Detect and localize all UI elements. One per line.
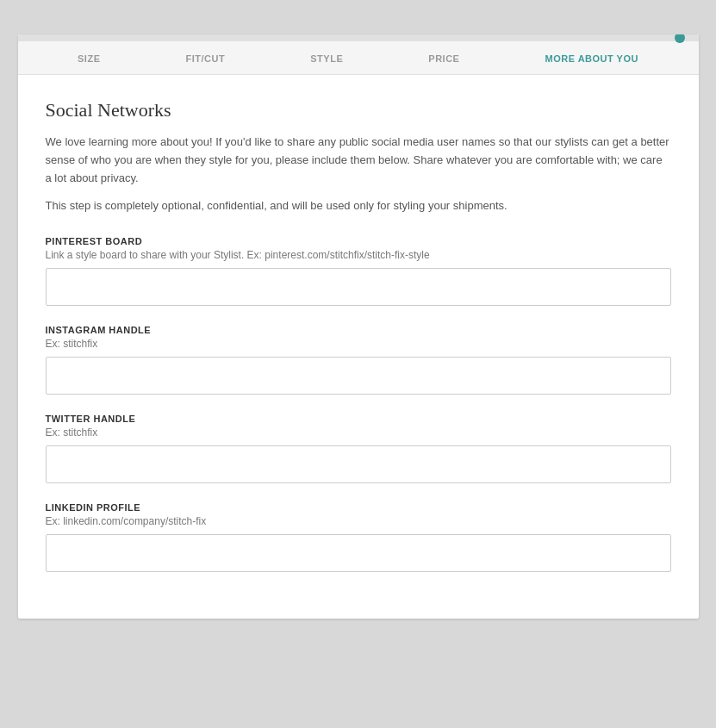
linkedin-hint: Ex: linkedin.com/company/stitch-fix [46, 515, 671, 527]
linkedin-input[interactable] [46, 534, 671, 572]
instagram-label: INSTAGRAM HANDLE [46, 325, 671, 335]
pinterest-hint: Link a style board to share with your St… [46, 249, 671, 261]
social-networks-form: PINTEREST BOARD Link a style board to sh… [46, 236, 671, 572]
main-content: Social Networks We love learning more ab… [18, 75, 699, 619]
pinterest-input[interactable] [46, 268, 671, 306]
linkedin-field-group: LINKEDIN PROFILE Ex: linkedin.com/compan… [46, 502, 671, 572]
instagram-field-group: INSTAGRAM HANDLE Ex: stitchfix [46, 325, 671, 395]
page-container: SIZE FIT/CUT STYLE PRICE MORE ABOUT YOU … [1, 17, 716, 728]
pinterest-field-group: PINTEREST BOARD Link a style board to sh… [46, 236, 671, 306]
twitter-field-group: TWITTER HANDLE Ex: stitchfix [46, 414, 671, 483]
page-title: Social Networks [46, 99, 671, 121]
description-2: This step is completely optional, confid… [46, 197, 671, 215]
nav-header: SIZE FIT/CUT STYLE PRICE MORE ABOUT YOU [18, 34, 699, 75]
tab-size[interactable]: SIZE [78, 53, 100, 64]
instagram-input[interactable] [46, 357, 671, 395]
instagram-hint: Ex: stitchfix [46, 338, 671, 350]
twitter-label: TWITTER HANDLE [46, 414, 671, 424]
tab-style[interactable]: STYLE [310, 53, 343, 64]
progress-bar [18, 34, 699, 41]
nav-tabs: SIZE FIT/CUT STYLE PRICE MORE ABOUT YOU [18, 41, 699, 74]
linkedin-label: LINKEDIN PROFILE [46, 502, 671, 513]
card: SIZE FIT/CUT STYLE PRICE MORE ABOUT YOU … [18, 34, 699, 619]
tab-fit-cut[interactable]: FIT/CUT [186, 53, 226, 64]
pinterest-label: PINTEREST BOARD [46, 236, 671, 246]
twitter-hint: Ex: stitchfix [46, 426, 671, 439]
tab-more-about-you[interactable]: MORE ABOUT YOU [545, 53, 638, 64]
twitter-input[interactable] [46, 445, 671, 483]
description-1: We love learning more about you! If you'… [46, 134, 671, 187]
tab-price[interactable]: PRICE [428, 53, 459, 64]
